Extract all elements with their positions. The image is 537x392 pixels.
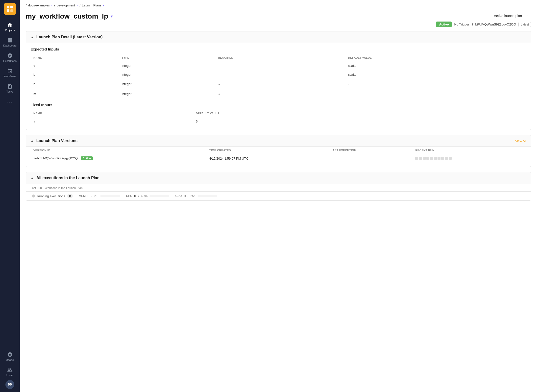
- col-time-created: TIME CREATED: [206, 147, 328, 154]
- col-recent-run: RECENT RUN: [412, 147, 526, 154]
- version-time: 4/15/2024 1:59:07 PM UTC: [206, 154, 328, 163]
- logo[interactable]: [4, 3, 16, 15]
- sidebar-item-tasks[interactable]: Tasks: [0, 81, 20, 96]
- sidebar-item-projects-label: Projects: [5, 29, 15, 32]
- avatar[interactable]: PP: [5, 380, 14, 389]
- executions-collapse-icon: ▲: [30, 176, 34, 180]
- run-dot: [430, 157, 433, 160]
- input-type: integer: [119, 61, 215, 70]
- versions-header-row: VERSION ID TIME CREATED LAST EXECUTION R…: [30, 147, 526, 154]
- sidebar-item-users[interactable]: Users: [0, 365, 20, 379]
- col-type: TYPE: [119, 54, 215, 61]
- breadcrumb-chevron1[interactable]: ▾: [76, 4, 78, 7]
- sidebar-item-executions[interactable]: Executions: [0, 50, 20, 65]
- expected-input-row: n integer ✓ -: [30, 79, 526, 89]
- breadcrumb-item2[interactable]: Launch Plans: [82, 3, 101, 7]
- gpu-value: 0: [184, 194, 186, 198]
- svg-rect-0: [7, 6, 9, 8]
- breadcrumb-item0[interactable]: docs-examples: [28, 3, 50, 7]
- sidebar-item-usage[interactable]: Usage: [0, 349, 20, 364]
- run-dot: [434, 157, 437, 160]
- sidebar: Projects Dashboard Executions Workflows …: [0, 0, 20, 392]
- run-dot: [445, 157, 448, 160]
- input-default: scalar: [345, 70, 526, 79]
- col-required: REQUIRED: [215, 54, 345, 61]
- sidebar-item-tasks-label: Tasks: [6, 90, 13, 93]
- mem-max: 2Ti: [94, 194, 98, 198]
- input-name: b: [30, 70, 119, 79]
- view-all-link[interactable]: View All: [515, 139, 526, 143]
- page-header: my_workflow_custom_lp ▾ Active launch pl…: [20, 12, 537, 31]
- executions-footer-bar: Running executions 0 MEM 0 / 2Ti CPU 0 /…: [26, 191, 531, 200]
- mem-bar: [100, 196, 120, 196]
- cpu-resource: CPU 0 / 4096: [126, 194, 169, 198]
- svg-rect-2: [7, 9, 9, 12]
- breadcrumb-chevron2[interactable]: ▾: [103, 4, 104, 7]
- mem-resource: MEM 0 / 2Ti: [79, 194, 120, 198]
- fixed-input-default: 6: [193, 117, 526, 126]
- svg-rect-3: [10, 9, 13, 12]
- breadcrumb-sep2: /: [79, 3, 80, 7]
- cpu-label: CPU: [126, 194, 132, 198]
- launch-plan-versions-header[interactable]: ▲ Launch Plan Versions View All: [26, 135, 531, 147]
- run-dot: [449, 157, 452, 160]
- input-type: integer: [119, 89, 215, 99]
- breadcrumb-chevron0[interactable]: ▾: [51, 4, 53, 7]
- header-right-top: Active launch plan ···: [494, 12, 531, 19]
- expected-inputs-thead: NAME TYPE REQUIRED DEFAULT VALUE: [30, 54, 526, 61]
- col-fixed-name: NAME: [30, 110, 193, 117]
- col-version-id: VERSION ID: [30, 147, 206, 154]
- sidebar-item-projects[interactable]: Projects: [0, 20, 20, 34]
- fixed-inputs-section: Fixed Inputs NAME DEFAULT VALUE a 6: [26, 103, 531, 130]
- expected-inputs-title: Expected Inputs: [30, 47, 526, 51]
- page-title-chevron-icon[interactable]: ▾: [111, 14, 113, 19]
- sidebar-item-more[interactable]: ···: [0, 97, 20, 107]
- executions-title-row: ▲ All executions in the Launch Plan: [30, 176, 99, 180]
- expected-input-row: b integer scalar: [30, 70, 526, 79]
- fixed-inputs-table: NAME DEFAULT VALUE a 6: [30, 110, 526, 126]
- breadcrumb-sep1: /: [54, 3, 55, 7]
- expected-input-row: c integer scalar: [30, 61, 526, 70]
- all-executions-header[interactable]: ▲ All executions in the Launch Plan: [26, 172, 531, 184]
- input-name: m: [30, 89, 119, 99]
- running-executions-label: Running executions: [37, 194, 65, 198]
- run-dot: [441, 157, 444, 160]
- svg-rect-1: [10, 6, 13, 8]
- version-row: 7nbiFUVQWwuS9Z2qgyQ2OQ Active 4/15/2024 …: [30, 154, 526, 163]
- sidebar-item-workflows[interactable]: Workflows: [0, 66, 20, 80]
- executions-subtitle: Last 100 Executions in the Launch Plan: [26, 184, 531, 191]
- versions-thead: VERSION ID TIME CREATED LAST EXECUTION R…: [30, 147, 526, 154]
- mem-sep: /: [92, 194, 92, 198]
- fixed-inputs-tbody: a 6: [30, 117, 526, 126]
- sidebar-item-usage-label: Usage: [6, 358, 14, 361]
- breadcrumb-item1[interactable]: development: [57, 3, 75, 7]
- launch-plan-versions-section: ▲ Launch Plan Versions View All VERSION …: [26, 135, 531, 167]
- page-title: my_workflow_custom_lp: [26, 12, 108, 20]
- more-options-button[interactable]: ···: [524, 12, 531, 19]
- input-required: [215, 70, 345, 79]
- version-id-display: 7nbiFUVQWwuS9Z2qgyQ2OQ: [472, 23, 516, 26]
- sidebar-item-dashboard[interactable]: Dashboard: [0, 35, 20, 49]
- input-type: integer: [119, 70, 215, 79]
- cpu-max: 4096: [141, 194, 148, 198]
- input-name: c: [30, 61, 119, 70]
- col-last-execution: LAST EXECUTION: [328, 147, 412, 154]
- recent-run-dots: [415, 157, 523, 160]
- latest-badge: Latest: [518, 22, 531, 27]
- launch-plan-detail-header[interactable]: ▲ Launch Plan Detail (Latest Version): [26, 31, 531, 43]
- mem-label: MEM: [79, 194, 86, 198]
- section-title: Launch Plan Detail (Latest Version): [36, 35, 103, 39]
- breadcrumb-sep0: /: [26, 3, 27, 7]
- mem-value: 0: [88, 194, 90, 198]
- sidebar-nav: Projects Dashboard Executions Workflows …: [0, 20, 20, 107]
- col-fixed-default: DEFAULT VALUE: [193, 110, 526, 117]
- run-dot: [419, 157, 422, 160]
- fixed-input-name: a: [30, 117, 193, 126]
- version-id-cell: 7nbiFUVQWwuS9Z2qgyQ2OQ Active: [30, 154, 206, 163]
- expected-inputs-table: NAME TYPE REQUIRED DEFAULT VALUE c integ…: [30, 54, 526, 99]
- cpu-sep: /: [138, 194, 139, 198]
- fixed-inputs-title: Fixed Inputs: [30, 103, 526, 107]
- running-count-badge: 0: [67, 194, 73, 198]
- run-dot: [438, 157, 440, 160]
- input-default: -: [345, 89, 526, 99]
